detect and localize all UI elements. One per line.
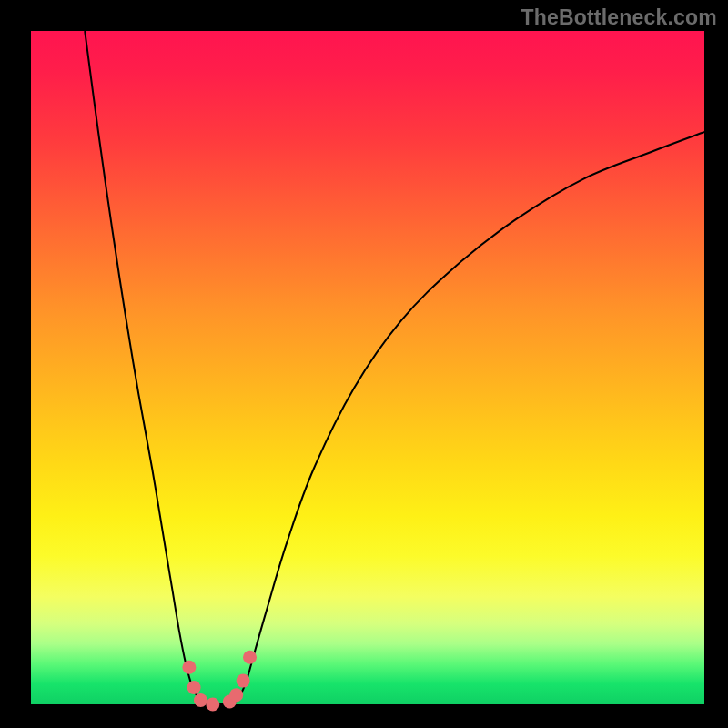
watermark-text: TheBottleneck.com (521, 5, 717, 30)
marker-dot (194, 693, 207, 707)
outer-frame: TheBottleneck.com (0, 0, 728, 728)
chart-plot-area (31, 31, 704, 704)
marker-dot (206, 698, 219, 712)
marker-dot (237, 674, 250, 688)
marker-dots-group (182, 651, 257, 712)
marker-dot (182, 661, 196, 674)
curve-right-branch (233, 132, 704, 704)
marker-dot (187, 681, 201, 694)
chart-svg (31, 31, 704, 704)
marker-dot (243, 651, 257, 664)
marker-dot (229, 688, 243, 702)
curve-left-branch (85, 31, 206, 704)
